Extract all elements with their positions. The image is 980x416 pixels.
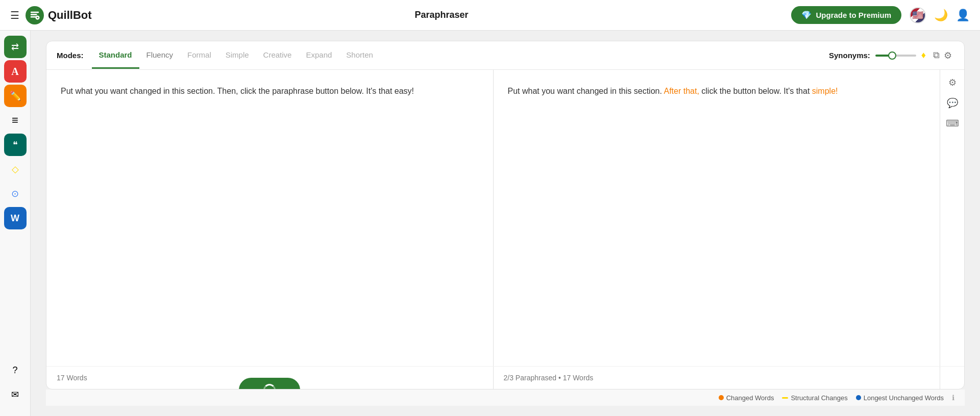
input-word-count: 17 Words (57, 374, 87, 382)
output-highlight-1: After that, (664, 87, 699, 95)
tab-shorten[interactable]: Shorten (339, 42, 380, 69)
tab-expand[interactable]: Expand (299, 42, 339, 69)
output-text-mid: click the button below. It's that (701, 87, 810, 95)
synonyms-premium-icon: ♦ (921, 50, 926, 61)
right-comment-button[interactable]: 💬 (945, 95, 960, 111)
nav-right: 💎 Upgrade to Premium 🇺🇸 🌙 👤 (791, 6, 970, 24)
legend-longest-unchanged: Longest Unchanged Words (856, 394, 944, 402)
tab-fluency[interactable]: Fluency (139, 42, 181, 69)
modes-label: Modes: (57, 51, 84, 60)
main-content: Modes: Standard Fluency Formal Simple Cr… (31, 31, 980, 416)
page-title: Paraphraser (414, 10, 468, 20)
output-highlight-2: simple! (812, 87, 838, 95)
upgrade-premium-button[interactable]: 💎 Upgrade to Premium (791, 6, 901, 24)
sidebar-item-citation[interactable]: ❝ (4, 134, 27, 156)
word-icon: W (11, 213, 19, 224)
tab-creative[interactable]: Creative (256, 42, 299, 69)
editor-footer: 17 Words 2/3 Paraphrased • 17 Words (46, 366, 964, 389)
sidebar-item-word[interactable]: W (4, 207, 27, 229)
summarize-icon: ≡ (12, 114, 18, 127)
sidebar-item-writing[interactable]: ✏️ (4, 85, 27, 107)
sidebar-item-premium[interactable]: ◇ (4, 158, 27, 180)
sidebar-item-mail[interactable]: ✉ (4, 383, 27, 406)
sidebar-item-grammar[interactable]: A (4, 60, 27, 83)
nav-left: ☰ QuillBot (10, 6, 92, 24)
left-footer: 17 Words (46, 367, 494, 389)
output-text-prefix: Put what you want changed in this sectio… (508, 87, 662, 95)
bottom-legend: Changed Words Structural Changes Longest… (46, 389, 965, 406)
right-panel-icons: ⚙ 💬 ⌨ (940, 70, 964, 366)
nav-center: Paraphraser (92, 10, 792, 20)
editor-body: Put what you want changed in this sectio… (46, 70, 964, 366)
sidebar-item-paraphrase[interactable]: ⇄ (4, 36, 27, 58)
changed-words-label: Changed Words (726, 394, 774, 402)
right-settings-button[interactable]: ⚙ (946, 75, 959, 90)
quillbot-svg (29, 10, 40, 21)
slider-track (875, 55, 916, 57)
hamburger-icon[interactable]: ☰ (10, 9, 19, 21)
editor-left-panel: Put what you want changed in this sectio… (46, 70, 494, 366)
output-text-area: Put what you want changed in this sectio… (494, 70, 940, 366)
grammar-icon: A (11, 66, 18, 77)
svg-rect-0 (31, 11, 39, 13)
help-icon: ? (12, 365, 17, 376)
paraphrase-button[interactable] (239, 378, 300, 389)
longest-unchanged-dot (856, 395, 861, 400)
writing-icon: ✏️ (10, 90, 21, 101)
logo: QuillBot (26, 6, 92, 24)
sidebar-bottom: ? ✉ (4, 359, 27, 411)
output-stats: 2/3 Paraphrased • 17 Words (504, 374, 594, 382)
settings-button[interactable]: ⚙ (942, 48, 954, 63)
synonyms-slider[interactable] (875, 55, 916, 57)
dark-mode-icon[interactable]: 🌙 (934, 9, 948, 22)
tab-standard[interactable]: Standard (92, 42, 139, 69)
right-footer: 2/3 Paraphrased • 17 Words (494, 367, 940, 389)
sidebar: ⇄ A ✏️ ≡ ❝ ◇ ⊙ W ? ✉ (0, 31, 31, 416)
synonyms-section: Synonyms: ♦ (829, 50, 926, 61)
upgrade-label: Upgrade to Premium (816, 11, 891, 19)
right-keyboard-button[interactable]: ⌨ (944, 116, 961, 131)
copy-button[interactable]: ⧉ (931, 48, 942, 63)
loading-spinner (263, 384, 276, 389)
slider-thumb (888, 51, 896, 60)
logo-icon (26, 6, 44, 24)
user-profile-icon[interactable]: 👤 (956, 9, 970, 22)
tab-simple[interactable]: Simple (218, 42, 256, 69)
editor-card: Modes: Standard Fluency Formal Simple Cr… (46, 41, 965, 389)
top-navigation: ☰ QuillBot Paraphraser 💎 Upgrade to Prem… (0, 0, 980, 31)
tab-formal[interactable]: Formal (180, 42, 218, 69)
paraphrase-icon: ⇄ (11, 41, 19, 53)
input-text: Put what you want changed in this sectio… (61, 87, 414, 95)
sidebar-item-summarize[interactable]: ≡ (4, 109, 27, 132)
legend-structural-changes: Structural Changes (782, 394, 847, 402)
legend-info-icon[interactable]: ℹ (952, 394, 954, 402)
language-flag-icon[interactable]: 🇺🇸 (910, 7, 926, 23)
logo-text: QuillBot (48, 9, 92, 22)
premium-icon: ◇ (12, 164, 19, 175)
modes-bar: Modes: Standard Fluency Formal Simple Cr… (46, 41, 964, 70)
longest-unchanged-label: Longest Unchanged Words (864, 394, 944, 402)
citation-icon: ❝ (13, 139, 18, 150)
changed-words-dot (719, 395, 724, 400)
legend-changed-words: Changed Words (719, 394, 774, 402)
editor-right-panel: Put what you want changed in this sectio… (494, 70, 940, 366)
structural-changes-dot (782, 397, 788, 399)
diamond-icon: 💎 (801, 10, 812, 20)
chrome-icon: ⊙ (11, 188, 19, 199)
sidebar-item-chrome[interactable]: ⊙ (4, 183, 27, 205)
synonyms-label: Synonyms: (829, 51, 870, 60)
structural-changes-label: Structural Changes (791, 394, 847, 402)
input-text-area[interactable]: Put what you want changed in this sectio… (46, 70, 493, 366)
main-layout: ⇄ A ✏️ ≡ ❝ ◇ ⊙ W ? ✉ (0, 31, 980, 416)
mail-icon: ✉ (11, 389, 19, 400)
sidebar-item-help[interactable]: ? (4, 359, 27, 381)
svg-rect-1 (31, 14, 37, 15)
